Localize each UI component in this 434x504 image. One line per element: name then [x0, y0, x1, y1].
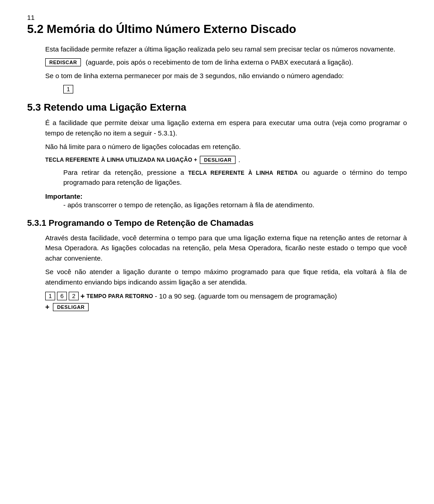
- section2-title: 5.3 Retendo uma Ligação Externa: [27, 102, 407, 113]
- tempo-label: TEMPO PARA RETORNO: [86, 293, 153, 299]
- desligar-key2: DESLIGAR: [53, 303, 89, 311]
- bottom-desligar-line: + DESLIGAR: [45, 303, 407, 311]
- keys-row: 1 6 2 + TEMPO PARA RETORNO - 10 a 90 seg…: [45, 292, 407, 300]
- plus2: +: [45, 303, 49, 311]
- period: .: [238, 156, 240, 163]
- section3-para2: Se você não atender a ligação durante o …: [45, 267, 407, 287]
- importante-label: Importante:: [45, 192, 83, 200]
- plus1: +: [80, 292, 85, 300]
- tecla-text: TECLA REFERENTE À LINHA UTILIZADA NA LIG…: [45, 157, 197, 163]
- rediscar-note: (aguarde, pois após o recebimento de tom…: [85, 58, 353, 66]
- para3-prefix: Para retirar da retenção, pressione a: [63, 168, 184, 176]
- tecla-referente-line: TECLA REFERENTE À LINHA UTILIZADA NA LIG…: [45, 156, 407, 164]
- main-title: 5.2 Memória do Último Número Externo Dis…: [27, 22, 407, 36]
- section3-para1: Através desta facilidade, você determina…: [45, 233, 407, 264]
- tecla-retida: TECLA REFERENTE À LINHA RETIDA: [188, 170, 298, 176]
- section3-title: 5.3.1 Programando o Tempo de Retenção de…: [27, 218, 407, 229]
- section1-intro: Esta facilidade permite refazer a última…: [45, 44, 407, 55]
- key-6: 6: [57, 292, 67, 300]
- section2-para3: Para retirar da retenção, pressione a TE…: [63, 168, 407, 188]
- tempo-note: - 10 a 90 seg. (aguarde tom ou mensagem …: [155, 292, 337, 300]
- section2-para1: É a facilidade que permite deixar uma li…: [45, 118, 407, 138]
- key-1b: 1: [45, 292, 55, 300]
- key-1: 1: [63, 85, 73, 93]
- rediscar-key: REDISCAR: [45, 58, 81, 66]
- importante-text: - após transcorrer o tempo de retenção, …: [63, 200, 407, 210]
- page-number: 11: [27, 14, 407, 21]
- key-2: 2: [69, 292, 79, 300]
- importante-block: Importante: - após transcorrer o tempo d…: [45, 192, 407, 210]
- desligar-key1: DESLIGAR: [200, 156, 236, 164]
- section2-para2: Não há limite para o número de ligações …: [45, 142, 407, 152]
- section1-note2: Se o tom de linha externa permanecer por…: [45, 71, 407, 81]
- rediscar-line: REDISCAR (aguarde, pois após o recebimen…: [45, 58, 407, 66]
